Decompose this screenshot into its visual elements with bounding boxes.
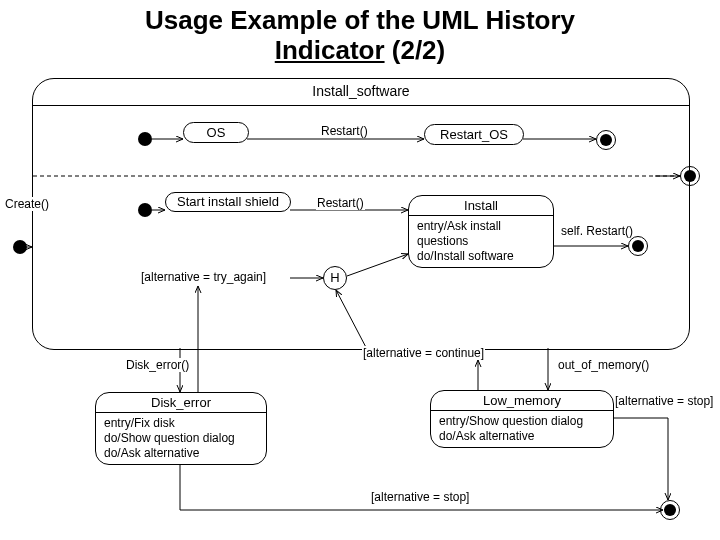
composite-title: Install_software [33, 83, 689, 99]
label-alt-continue: [alternative = continue] [362, 346, 485, 360]
label-alt-stop-right: [alternative = stop] [614, 394, 714, 408]
label-out-of-memory: out_of_memory() [557, 358, 650, 372]
page-title: Usage Example of the UML History Indicat… [0, 0, 720, 66]
state-restart-os: Restart_OS [424, 124, 524, 145]
label-alt-try-again: [alternative = try_again] [140, 270, 267, 284]
label-self-restart: self. Restart() [560, 224, 634, 238]
state-start-install-shield: Start install shield [165, 192, 291, 212]
state-disk-error: Disk_error entry/Fix disk do/Show questi… [95, 392, 267, 465]
composite-state-install-software: Install_software [32, 78, 690, 350]
final-node-top [596, 130, 616, 150]
label-alt-stop-bottom: [alternative = stop] [370, 490, 470, 504]
label-disk-error-event: Disk_error() [125, 358, 190, 372]
final-node-dashed [680, 166, 700, 186]
state-install: Install entry/Ask install questions do/I… [408, 195, 554, 268]
label-restart-1: Restart() [320, 124, 369, 138]
history-indicator: H [323, 266, 347, 290]
initial-node-create [13, 240, 27, 254]
state-low-memory: Low_memory entry/Show question dialog do… [430, 390, 614, 448]
state-os: OS [183, 122, 249, 143]
initial-node-mid [138, 203, 152, 217]
label-create: Create() [4, 197, 50, 211]
final-node-self-restart [628, 236, 648, 256]
composite-divider [33, 105, 689, 106]
label-restart-2: Restart() [316, 196, 365, 210]
initial-node-top [138, 132, 152, 146]
final-node-bottom [660, 500, 680, 520]
